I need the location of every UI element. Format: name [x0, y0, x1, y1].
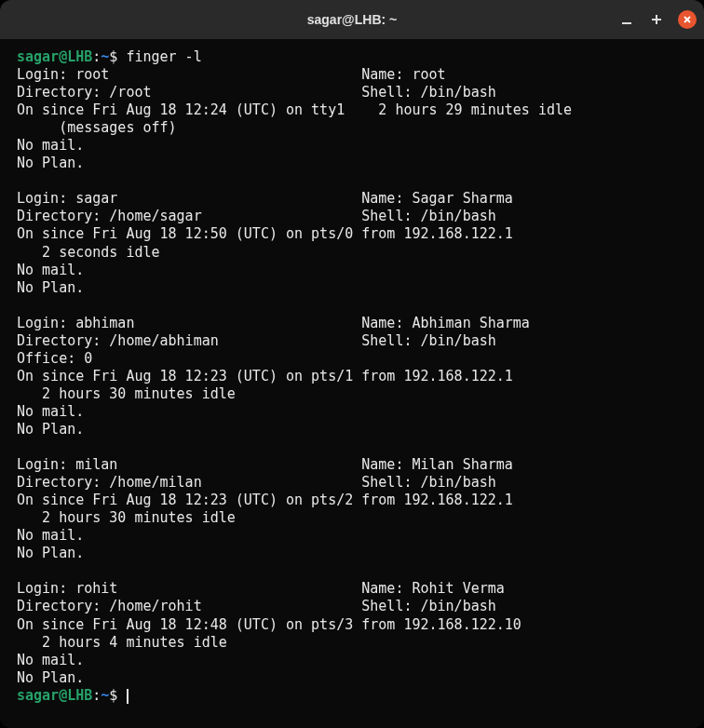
svg-rect-0: [622, 22, 631, 24]
prompt-path: ~: [101, 48, 109, 65]
prompt-colon-2: :: [92, 687, 101, 704]
command-text: finger -l: [126, 48, 201, 65]
close-icon: [683, 15, 692, 24]
minimize-icon: [621, 14, 632, 25]
prompt-dollar: $: [109, 48, 117, 65]
maximize-button[interactable]: [648, 11, 665, 28]
minimize-button[interactable]: [618, 11, 635, 28]
maximize-icon: [651, 14, 662, 25]
prompt-user-2: sagar@LHB: [17, 687, 92, 704]
window-controls: [618, 10, 697, 29]
prompt-colon: :: [92, 48, 101, 65]
svg-rect-2: [652, 19, 661, 20]
terminal-window: sagar@LHB: ~ sagar@LHB:~$ finger -l Logi…: [0, 0, 704, 728]
titlebar[interactable]: sagar@LHB: ~: [0, 0, 704, 39]
prompt-user: sagar@LHB: [17, 48, 92, 65]
terminal-body[interactable]: sagar@LHB:~$ finger -l Login: root Name:…: [0, 39, 704, 728]
close-button[interactable]: [678, 10, 697, 29]
command-output: Login: root Name: root Directory: /root …: [17, 66, 572, 686]
prompt-path-2: ~: [101, 687, 109, 704]
cursor: [127, 689, 129, 704]
window-title: sagar@LHB: ~: [307, 12, 398, 27]
prompt-dollar-2: $: [109, 687, 117, 704]
